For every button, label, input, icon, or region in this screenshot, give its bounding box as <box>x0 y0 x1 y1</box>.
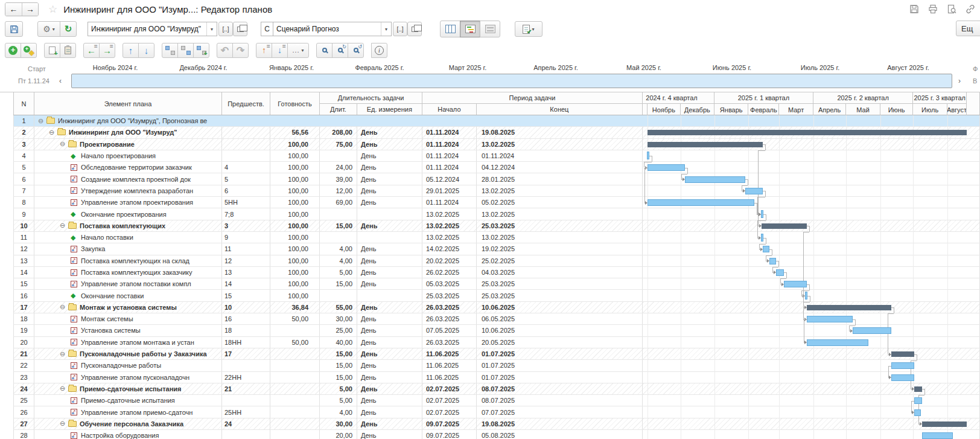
gantt-bar[interactable] <box>784 281 807 287</box>
header-readiness[interactable]: Готовность <box>270 92 320 115</box>
outdent-button[interactable]: ≣← <box>83 43 100 58</box>
cell-unit[interactable]: День <box>357 267 422 278</box>
gantt-quarter-label[interactable]: 2024 г. 4 квартал <box>629 92 714 104</box>
cell-readiness[interactable] <box>270 360 320 371</box>
cell-element[interactable]: Управление этапом монтажа и устан <box>34 337 222 348</box>
copy-button[interactable]: + <box>44 43 60 58</box>
view-list-button[interactable] <box>480 21 500 37</box>
cell-start[interactable]: 13.02.2025 <box>422 208 477 219</box>
cell-start[interactable]: 02.07.2025 <box>422 383 477 394</box>
view-table-button[interactable] <box>440 21 460 37</box>
cell-readiness[interactable]: 100,00 <box>270 162 320 173</box>
header-duration[interactable]: Длит. <box>320 104 357 115</box>
cell-start[interactable]: 11.06.2025 <box>422 348 477 359</box>
gantt-bar[interactable] <box>685 176 745 183</box>
timeline-range-band[interactable] <box>71 74 952 88</box>
cell-end[interactable]: 13.02.2025 <box>477 208 643 219</box>
cell-unit[interactable]: День <box>357 220 422 231</box>
more-button[interactable]: Ещ <box>956 21 980 36</box>
cell-duration[interactable]: 55,00 <box>320 302 357 313</box>
table-row[interactable]: 3⊖Проектирование100,0075,00День01.11.202… <box>13 139 980 150</box>
cell-predecessors[interactable] <box>222 150 270 161</box>
table-row[interactable]: 16◆Окончание поставки15100,0025.03.20252… <box>13 290 980 301</box>
cell-duration[interactable]: 25,00 <box>320 325 357 336</box>
cell-end[interactable]: 04.03.2025 <box>477 267 643 278</box>
gantt-bar[interactable] <box>648 164 685 171</box>
cell-end[interactable]: 13.02.2025 <box>477 185 643 196</box>
cell-duration[interactable]: 208,00 <box>320 127 357 138</box>
gantt-month-label[interactable]: Июнь <box>880 104 914 115</box>
cell-unit[interactable] <box>357 290 422 301</box>
cell-predecessors[interactable] <box>222 127 270 138</box>
gantt-month-label[interactable]: Март <box>779 104 813 115</box>
cell-start[interactable]: 09.07.2025 <box>422 430 477 439</box>
cell-element[interactable]: ⊖Проектирование <box>34 139 222 150</box>
timeline-next-button[interactable]: › <box>958 77 961 85</box>
cell-start[interactable]: 26.03.2025 <box>422 337 477 348</box>
cell-predecessors[interactable]: 4 <box>222 162 270 173</box>
cell-start[interactable]: 11.06.2025 <box>422 372 477 383</box>
cell-unit[interactable]: День <box>357 278 422 289</box>
search-next-button[interactable]: ↻ <box>332 43 348 58</box>
cell-predecessors[interactable] <box>222 430 270 439</box>
collapse-icon[interactable]: ⊖ <box>49 129 57 136</box>
collapse-icon[interactable]: ⊖ <box>60 303 68 311</box>
cell-unit[interactable]: День <box>357 197 422 208</box>
cell-element[interactable]: Пусконаладочные работы <box>34 360 222 371</box>
gantt-bar[interactable] <box>745 188 763 194</box>
cell-predecessors[interactable]: 18НН <box>222 337 270 348</box>
cell-predecessors[interactable]: 22НН <box>222 372 270 383</box>
table-row[interactable]: 21⊖Пусконаладочные работы у Заказчика171… <box>13 348 980 360</box>
cell-unit[interactable] <box>357 208 422 219</box>
cell-element[interactable]: ◆Начало поставки <box>34 232 222 243</box>
cell-readiness[interactable]: 100,00 <box>270 185 320 196</box>
header-n[interactable]: N <box>13 92 34 115</box>
gantt-month-label[interactable]: Январь <box>714 104 748 115</box>
gantt-month-label[interactable]: Июль <box>913 104 947 115</box>
cell-duration[interactable]: 4,00 <box>320 255 357 266</box>
table-row[interactable]: 7Утверждение комплекта разработан6100,00… <box>13 185 980 197</box>
table-row[interactable]: 27⊖Обучение персонала Заказчика2430,00Де… <box>13 418 980 430</box>
plan-choose-button[interactable]: [..] <box>218 22 233 36</box>
cell-start[interactable]: 07.05.2025 <box>422 325 477 336</box>
cell-element[interactable]: Закупка <box>34 243 222 254</box>
undo-button[interactable]: ↶ <box>217 43 233 58</box>
cell-end[interactable]: 05.02.2025 <box>477 197 643 208</box>
gantt-bar[interactable] <box>922 432 953 439</box>
cell-element[interactable]: Обследование территории заказчик <box>34 162 222 173</box>
cell-start[interactable]: 02.07.2025 <box>422 395 477 406</box>
cell-predecessors[interactable]: 9 <box>222 232 270 243</box>
cell-element[interactable]: Поставка комплектующих на склад <box>34 255 222 266</box>
cell-predecessors[interactable]: 5НН <box>222 197 270 208</box>
cell-unit[interactable]: День <box>357 139 422 150</box>
cell-duration[interactable] <box>320 232 357 243</box>
cell-predecessors[interactable]: 6 <box>222 185 270 196</box>
table-row[interactable]: 5Обследование территории заказчик4100,00… <box>13 162 980 173</box>
cell-unit[interactable]: День <box>357 127 422 138</box>
collapse-icon[interactable]: ⊖ <box>60 420 68 428</box>
cell-unit[interactable]: День <box>357 395 422 406</box>
cell-duration[interactable]: 20,00 <box>320 430 357 439</box>
cell-end[interactable]: 08.07.2025 <box>477 395 643 406</box>
cell-unit[interactable]: День <box>357 348 422 359</box>
cell-duration[interactable]: 12,00 <box>320 185 357 196</box>
gantt-bar[interactable] <box>914 386 922 392</box>
cell-predecessors[interactable] <box>222 139 270 150</box>
link-icon[interactable] <box>966 4 975 14</box>
collapse-icon[interactable]: ⊖ <box>38 117 46 125</box>
cell-duration[interactable]: 75,00 <box>320 139 357 150</box>
cell-start[interactable]: 02.07.2025 <box>422 406 477 417</box>
table-row[interactable]: 13Поставка комплектующих на склад12100,0… <box>13 255 980 267</box>
cell-end[interactable]: 10.06.2025 <box>477 325 643 336</box>
gantt-quarter-label[interactable]: 2025 г. 2 квартал <box>813 92 914 104</box>
gantt-bar[interactable] <box>805 292 807 300</box>
cell-end[interactable]: 25.03.2025 <box>477 220 643 231</box>
redo-button[interactable]: ↷ <box>232 43 249 58</box>
cell-start[interactable]: 01.11.2024 <box>422 127 477 138</box>
cell-duration[interactable]: 15,00 <box>320 372 357 383</box>
search-prev-button[interactable]: ↺ <box>348 43 364 58</box>
cell-start[interactable]: 09.07.2025 <box>422 418 477 429</box>
cell-duration[interactable]: 24,00 <box>320 162 357 173</box>
gantt-bar[interactable] <box>762 223 807 229</box>
header-end[interactable]: Конец <box>477 104 642 115</box>
